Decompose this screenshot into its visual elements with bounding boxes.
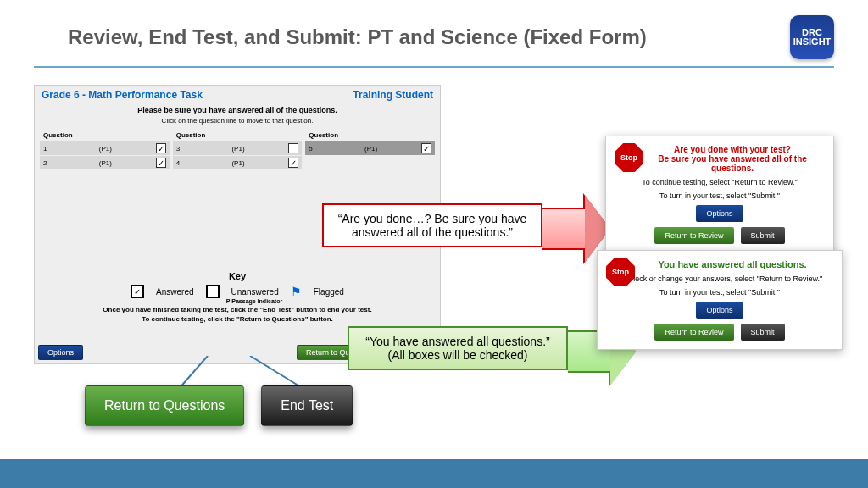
checkbox-icon: ✓ <box>156 143 166 153</box>
footer-instruction: To continue testing, click the "Return t… <box>35 315 440 323</box>
question-row[interactable]: 3(P1) <box>173 141 303 155</box>
question-row[interactable]: 5(P1)✓ <box>305 141 435 155</box>
drc-logo: DRC INSIGHT <box>790 15 834 59</box>
dialog-text: To turn in your test, select "Submit." <box>609 288 830 297</box>
checkbox-icon <box>206 285 220 298</box>
bottom-bar <box>0 459 868 488</box>
options-button[interactable]: Options <box>38 345 83 360</box>
arrow-red <box>542 208 585 250</box>
checkbox-icon: ✓ <box>288 158 298 168</box>
student-name: Training Student <box>353 89 433 101</box>
return-review-button[interactable]: Return to Review <box>654 324 733 341</box>
key-title: Key <box>35 271 440 281</box>
checkbox-icon: ✓ <box>421 143 431 153</box>
col-header: Question <box>305 130 435 141</box>
col-header: Question <box>173 130 303 141</box>
flag-icon: ⚑ <box>291 285 302 298</box>
checkbox-icon: ✓ <box>156 158 166 168</box>
dialog-not-done: Stop Are you done with your test?Be sure… <box>605 136 834 253</box>
question-row[interactable]: 4(P1)✓ <box>173 156 303 169</box>
end-test-button[interactable]: End Test <box>261 385 353 426</box>
footer-instruction: Once you have finished taking the test, … <box>35 306 440 313</box>
dialog-heading: You have answered all questions. <box>635 259 830 269</box>
checkbox-icon <box>288 143 298 153</box>
dialog-heading: Are you done with your test?Be sure you … <box>643 145 821 173</box>
dialog-text: To continue testing, select "Return to R… <box>618 178 821 186</box>
instruction-1: Please be sure you have answered all of … <box>35 104 440 116</box>
submit-button[interactable]: Submit <box>741 324 785 341</box>
return-review-button[interactable]: Return to Review <box>654 227 733 244</box>
divider <box>34 66 834 68</box>
question-grid: Question 1(P1)✓ 2(P1)✓ Question 3(P1) 4(… <box>35 130 440 170</box>
dialog-text: To turn in your test, select "Submit." <box>618 191 821 200</box>
options-button[interactable]: Options <box>696 302 743 319</box>
dialog-text: To check or change your answers, select … <box>609 274 830 283</box>
instruction-2: Click on the question line to move to th… <box>35 116 440 130</box>
checkbox-icon: ✓ <box>131 285 144 298</box>
return-to-questions-button[interactable]: Return to Questions <box>85 385 244 426</box>
stop-icon: Stop <box>615 143 643 172</box>
options-button[interactable]: Options <box>696 205 743 222</box>
submit-button[interactable]: Submit <box>741 227 785 244</box>
passage-indicator: P Passage Indicator <box>35 298 440 304</box>
key-section: Key ✓Answered Unanswered ⚑Flagged P Pass… <box>35 271 440 323</box>
question-row[interactable]: 1(P1)✓ <box>40 141 170 155</box>
task-title: Grade 6 - Math Performance Task <box>42 89 203 101</box>
callout-1: “Are you done…? Be sure you have answere… <box>322 203 542 247</box>
question-row[interactable]: 2(P1)✓ <box>40 156 170 169</box>
callout-2: “You have answered all questions.” (All … <box>348 326 568 370</box>
col-header: Question <box>40 130 170 141</box>
page-title: Review, End Test, and Submit: PT and Sci… <box>68 25 647 49</box>
dialog-all-done: Stop You have answered all questions. To… <box>597 250 843 350</box>
